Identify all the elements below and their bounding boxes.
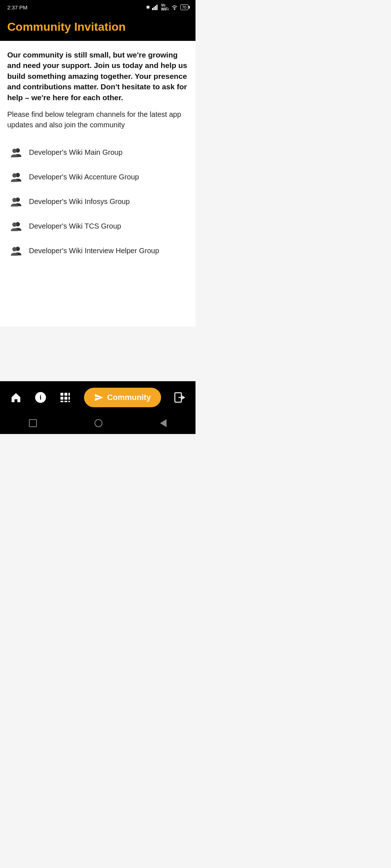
recents-button[interactable] (29, 419, 37, 427)
group-name: Developer's Wiki Interview Helper Group (29, 247, 159, 255)
home-icon (10, 391, 22, 404)
logout-button[interactable] (173, 391, 186, 404)
group-item[interactable]: Developer's Wiki TCS Group (7, 214, 188, 239)
bluetooth-icon: ✱ (146, 4, 150, 10)
group-item[interactable]: Developer's Wiki Main Group (7, 140, 188, 165)
svg-point-8 (12, 173, 17, 178)
group-icon (9, 245, 23, 257)
bottom-nav: i Community (0, 381, 196, 414)
header: Community Invitation (0, 14, 196, 41)
svg-point-4 (174, 8, 175, 10)
grid-icon (59, 391, 71, 404)
community-button[interactable]: Community (84, 388, 161, 407)
back-icon (160, 419, 167, 427)
svg-rect-3 (156, 5, 157, 10)
svg-point-6 (12, 149, 17, 153)
svg-rect-18 (64, 393, 67, 396)
svg-rect-2 (155, 6, 156, 10)
community-label: Community (107, 393, 151, 402)
svg-point-12 (12, 222, 17, 227)
svg-rect-17 (60, 393, 63, 396)
svg-rect-22 (68, 397, 70, 400)
status-time: 2:37 PM (7, 4, 28, 10)
info-icon: i (34, 391, 47, 404)
group-name: Developer's Wiki Main Group (29, 148, 122, 157)
home-button[interactable] (10, 391, 22, 404)
group-icon (9, 171, 23, 183)
svg-rect-20 (60, 397, 63, 400)
group-name: Developer's Wiki TCS Group (29, 222, 121, 230)
vowifi-icon: VoWiFi (161, 3, 169, 11)
home-circle-icon (94, 419, 102, 427)
signal-icon (152, 4, 159, 10)
svg-rect-24 (64, 401, 67, 402)
group-list: Developer's Wiki Main Group Developer's … (7, 140, 188, 263)
page-title: Community Invitation (7, 20, 188, 34)
send-icon (94, 393, 104, 402)
group-name: Developer's Wiki Infosys Group (29, 197, 130, 206)
group-icon (9, 196, 23, 208)
svg-rect-1 (154, 7, 155, 10)
info-button[interactable]: i (34, 391, 47, 404)
group-item[interactable]: Developer's Wiki Infosys Group (7, 190, 188, 214)
group-item[interactable]: Developer's Wiki Interview Helper Group (7, 239, 188, 263)
logout-icon (173, 391, 186, 404)
recents-icon (29, 419, 37, 427)
intro-regular-text: Please find below telegram channels for … (7, 109, 188, 130)
grid-button[interactable] (59, 391, 71, 404)
back-button[interactable] (160, 419, 167, 427)
svg-rect-23 (60, 401, 63, 402)
group-name: Developer's Wiki Accenture Group (29, 173, 139, 181)
main-content: Our community is still small, but we're … (0, 41, 196, 327)
svg-point-14 (12, 247, 17, 251)
svg-point-10 (12, 198, 17, 202)
wifi-icon (171, 4, 178, 10)
status-bar: 2:37 PM ✱ VoWiFi 70 (0, 0, 196, 14)
svg-text:i: i (40, 394, 42, 401)
svg-rect-19 (68, 393, 70, 396)
status-icons: ✱ VoWiFi 70 (146, 3, 188, 11)
battery-icon: 70 (180, 4, 188, 10)
home-android-button[interactable] (94, 419, 102, 427)
android-nav-bar (0, 414, 196, 434)
group-item[interactable]: Developer's Wiki Accenture Group (7, 165, 188, 190)
group-icon (9, 221, 23, 232)
intro-bold-text: Our community is still small, but we're … (7, 50, 188, 103)
svg-rect-0 (152, 8, 153, 10)
group-icon (9, 147, 23, 158)
svg-rect-25 (68, 401, 70, 402)
svg-rect-21 (64, 397, 67, 400)
